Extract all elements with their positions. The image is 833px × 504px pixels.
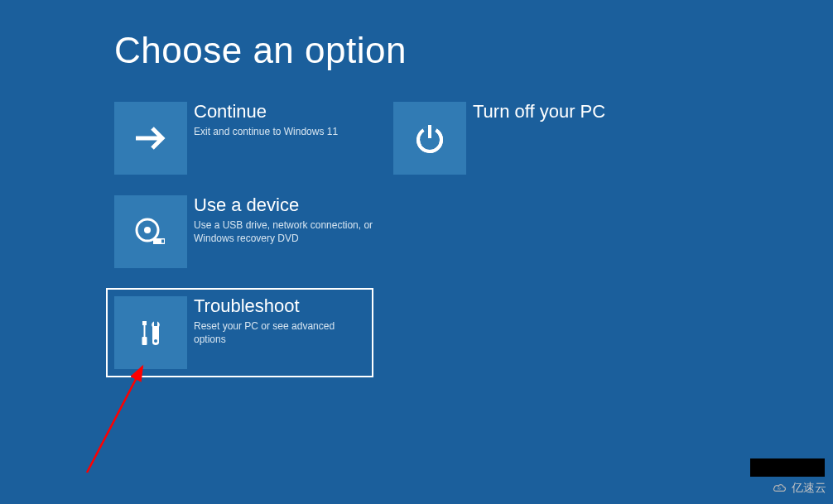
option-continue-title: Continue [194,102,375,122]
option-troubleshoot-title: Troubleshoot [194,296,365,316]
option-turn-off[interactable]: Turn off your PC [393,102,675,176]
tools-icon [114,296,187,369]
option-turnoff-title: Turn off your PC [473,102,675,122]
option-continue[interactable]: Continue Exit and continue to Windows 11 [114,102,375,176]
svg-line-11 [87,367,142,473]
option-troubleshoot-desc: Reset your PC or see advanced options [194,319,365,346]
arrow-right-icon [114,102,187,175]
svg-rect-3 [161,240,164,243]
option-device-desc: Use a USB drive, network connection, or … [194,218,375,245]
power-icon [393,102,466,175]
annotation-arrow-icon [83,362,157,478]
watermark-text: ∞ 亿速云 [772,481,826,496]
svg-text:∞: ∞ [778,487,781,492]
option-device-title: Use a device [194,195,375,215]
option-use-device[interactable]: Use a device Use a USB drive, network co… [114,195,375,270]
option-troubleshoot[interactable]: Troubleshoot Reset your PC or see advanc… [106,288,373,377]
option-continue-desc: Exit and continue to Windows 11 [194,125,375,138]
watermark-box [750,458,825,477]
svg-rect-5 [144,325,146,337]
page-title: Choose an option [114,30,407,71]
svg-point-7 [154,339,157,343]
cloud-icon: ∞ [772,482,788,494]
disc-usb-icon [114,195,187,268]
svg-point-1 [144,227,151,233]
svg-rect-6 [142,337,147,345]
svg-rect-4 [142,321,147,325]
